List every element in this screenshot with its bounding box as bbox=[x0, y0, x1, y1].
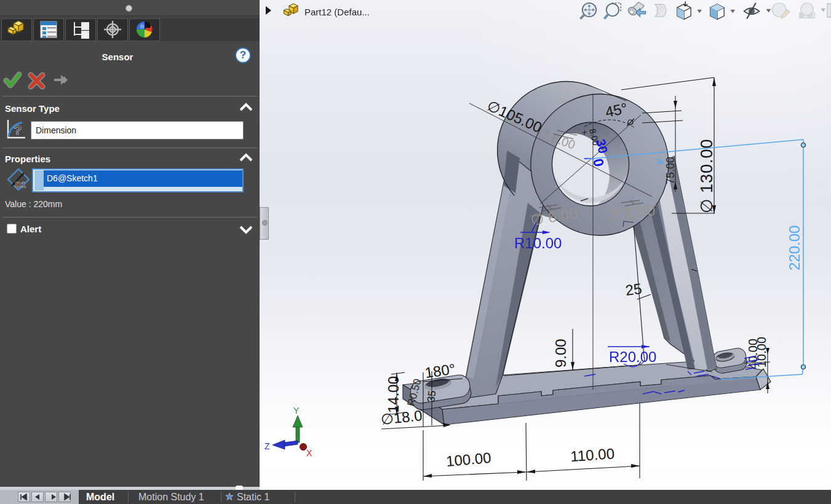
svg-text:30: 30 bbox=[594, 138, 610, 155]
svg-text:75.00: 75.00 bbox=[664, 157, 677, 184]
svg-text:14.00: 14.00 bbox=[385, 376, 402, 413]
svg-text:Part12 (Defau...: Part12 (Defau... bbox=[304, 7, 370, 17]
svg-text:?: ? bbox=[14, 122, 22, 138]
svg-text:∅ 130.00: ∅ 130.00 bbox=[698, 138, 716, 213]
svg-text:220.00: 220.00 bbox=[786, 226, 803, 270]
svg-text:9.00: 9.00 bbox=[552, 339, 569, 368]
svg-text:X: X bbox=[306, 448, 312, 458]
svg-text:Y: Y bbox=[293, 406, 300, 415]
svg-text:R10.00: R10.00 bbox=[514, 235, 562, 251]
svg-text:25: 25 bbox=[624, 280, 643, 298]
svg-text:∅18.0: ∅18.0 bbox=[380, 407, 423, 428]
svg-text:R20.00: R20.00 bbox=[609, 348, 656, 365]
svg-text:D1: D1 bbox=[15, 180, 26, 189]
svg-text:Z: Z bbox=[264, 441, 270, 451]
svg-text:110.00: 110.00 bbox=[570, 445, 614, 465]
svg-text:100.00: 100.00 bbox=[445, 449, 491, 470]
